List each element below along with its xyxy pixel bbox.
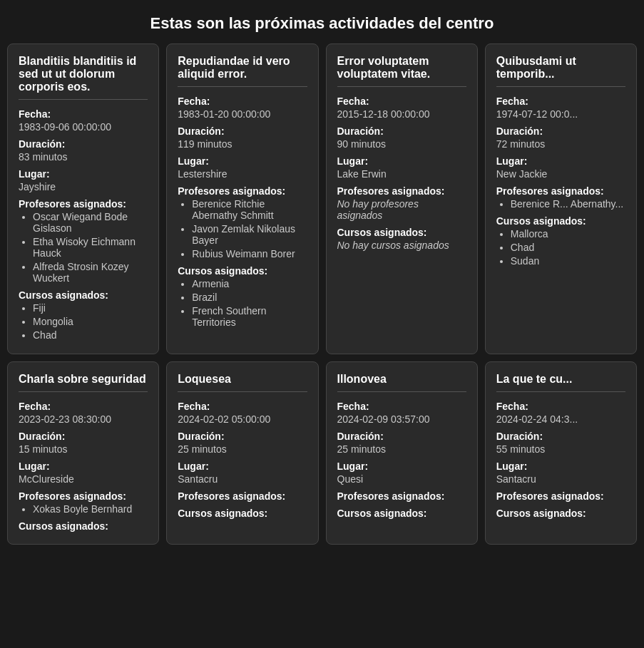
duracion-label: Duración:	[19, 138, 148, 150]
lugar-label: Lugar:	[337, 461, 466, 472]
lugar-label: Lugar:	[496, 461, 625, 472]
activity-card-4: Quibusdami ut temporib...Fecha:1974-07-1…	[485, 43, 637, 354]
profesores-label: Profesores asignados:	[496, 490, 625, 502]
duracion-label: Duración:	[337, 125, 466, 137]
lugar-label: Lugar:	[19, 168, 148, 180]
profesores-label: Profesores asignados:	[178, 490, 307, 502]
duracion-value: 15 minutos	[19, 443, 148, 455]
activity-card-6: LoqueseaFecha:2024-02-02 05:00:00Duració…	[166, 361, 318, 545]
profesor-item: Etha Wisoky Eichmann Hauck	[33, 236, 148, 259]
profesor-item: Rubius Weimann Borer	[192, 248, 307, 259]
profesor-item: Xokas Boyle Bernhard	[33, 503, 148, 515]
fecha-label: Fecha:	[337, 401, 466, 412]
card-title: Quibusdami ut temporib...	[496, 55, 625, 87]
duracion-value: 55 minutos	[496, 443, 625, 455]
card-title: Charla sobre seguridad	[19, 373, 148, 392]
fecha-value: 2024-02-24 04:3...	[496, 413, 625, 425]
lugar-value: Jayshire	[19, 181, 148, 192]
profesores-list: Berenice Ritchie Abernathy SchmittJavon …	[178, 198, 307, 259]
profesor-item: Berenice Ritchie Abernathy Schmitt	[192, 198, 307, 221]
lugar-value: McClureside	[19, 473, 148, 485]
activity-card-3: Error voluptatem voluptatem vitae.Fecha:…	[326, 43, 478, 354]
curso-item: Fiji	[33, 302, 148, 314]
duracion-value: 119 minutos	[178, 138, 307, 150]
lugar-value: Lestershire	[178, 168, 307, 180]
cursos-label: Cursos asignados:	[337, 227, 466, 238]
card-title: Illonovea	[337, 373, 466, 392]
profesores-label: Profesores asignados:	[337, 490, 466, 502]
duracion-label: Duración:	[496, 125, 625, 137]
profesores-label: Profesores asignados:	[19, 490, 148, 502]
lugar-value: Santacru	[496, 473, 625, 485]
lugar-label: Lugar:	[496, 155, 625, 167]
duracion-label: Duración:	[178, 125, 307, 137]
duracion-value: 25 minutos	[178, 443, 307, 455]
cursos-label: Cursos asignados:	[178, 508, 307, 519]
activities-grid: Blanditiis blanditiis id sed ut ut dolor…	[0, 43, 644, 552]
page-title: Estas son las próximas actividades del c…	[0, 0, 644, 43]
lugar-label: Lugar:	[337, 155, 466, 167]
profesores-label: Profesores asignados:	[337, 185, 466, 197]
fecha-label: Fecha:	[496, 96, 625, 107]
cursos-list: MallorcaChadSudan	[496, 228, 625, 267]
curso-item: Brazil	[192, 292, 307, 303]
fecha-value: 2015-12-18 00:00:00	[337, 108, 466, 120]
duracion-label: Duración:	[178, 431, 307, 442]
profesores-list: Oscar Wiegand Bode GislasonEtha Wisoky E…	[19, 211, 148, 284]
activity-card-1: Blanditiis blanditiis id sed ut ut dolor…	[7, 43, 159, 354]
cursos-label: Cursos asignados:	[178, 265, 307, 277]
duracion-value: 83 minutos	[19, 151, 148, 163]
profesores-list: Berenice R... Abernathy...	[496, 198, 625, 210]
profesores-list: Xokas Boyle Bernhard	[19, 503, 148, 515]
profesor-item: Oscar Wiegand Bode Gislason	[33, 211, 148, 234]
lugar-value: New Jackie	[496, 168, 625, 180]
curso-item: Sudan	[511, 255, 625, 267]
fecha-label: Fecha:	[178, 96, 307, 107]
cursos-label: Cursos asignados:	[496, 508, 625, 519]
fecha-value: 1974-07-12 00:0...	[496, 108, 625, 120]
fecha-value: 1983-09-06 00:00:00	[19, 121, 148, 133]
duracion-label: Duración:	[496, 431, 625, 442]
profesor-item: Berenice R... Abernathy...	[511, 198, 625, 210]
profesores-label: Profesores asignados:	[496, 185, 625, 197]
activity-card-2: Repudiandae id vero aliquid error.Fecha:…	[166, 43, 318, 354]
no-cursos: No hay cursos asignados	[337, 240, 466, 251]
duracion-label: Duración:	[19, 431, 148, 442]
card-title: La que te cu...	[496, 373, 625, 392]
duracion-value: 90 minutos	[337, 138, 466, 150]
card-title: Repudiandae id vero aliquid error.	[178, 55, 307, 87]
card-title: Loquesea	[178, 373, 307, 392]
fecha-label: Fecha:	[496, 401, 625, 412]
curso-item: Chad	[511, 242, 625, 253]
fecha-label: Fecha:	[337, 96, 466, 107]
fecha-value: 2024-02-09 03:57:00	[337, 413, 466, 425]
activity-card-7: IllonoveaFecha:2024-02-09 03:57:00Duraci…	[326, 361, 478, 545]
lugar-label: Lugar:	[178, 461, 307, 472]
fecha-value: 2023-02-23 08:30:00	[19, 413, 148, 425]
lugar-value: Quesi	[337, 473, 466, 485]
duracion-label: Duración:	[337, 431, 466, 442]
curso-item: Chad	[33, 329, 148, 341]
duracion-value: 72 minutos	[496, 138, 625, 150]
cursos-list: FijiMongoliaChad	[19, 302, 148, 341]
lugar-value: Lake Erwin	[337, 168, 466, 180]
fecha-value: 2024-02-02 05:00:00	[178, 413, 307, 425]
card-title: Blanditiis blanditiis id sed ut ut dolor…	[19, 55, 148, 100]
activity-card-5: Charla sobre seguridadFecha:2023-02-23 0…	[7, 361, 159, 545]
fecha-label: Fecha:	[178, 401, 307, 412]
profesor-item: Alfreda Strosin Kozey Wuckert	[33, 261, 148, 284]
lugar-label: Lugar:	[178, 155, 307, 167]
curso-item: Mongolia	[33, 316, 148, 327]
cursos-label: Cursos asignados:	[337, 508, 466, 519]
curso-item: French Southern Territories	[192, 305, 307, 328]
cursos-label: Cursos asignados:	[19, 289, 148, 301]
lugar-label: Lugar:	[19, 461, 148, 472]
profesor-item: Javon Zemlak Nikolaus Bayer	[192, 223, 307, 246]
curso-item: Armenia	[192, 278, 307, 289]
cursos-label: Cursos asignados:	[19, 520, 148, 532]
cursos-label: Cursos asignados:	[496, 215, 625, 227]
fecha-label: Fecha:	[19, 108, 148, 120]
no-profesores: No hay profesores asignados	[337, 198, 466, 221]
activity-card-8: La que te cu...Fecha:2024-02-24 04:3...D…	[485, 361, 637, 545]
duracion-value: 25 minutos	[337, 443, 466, 455]
